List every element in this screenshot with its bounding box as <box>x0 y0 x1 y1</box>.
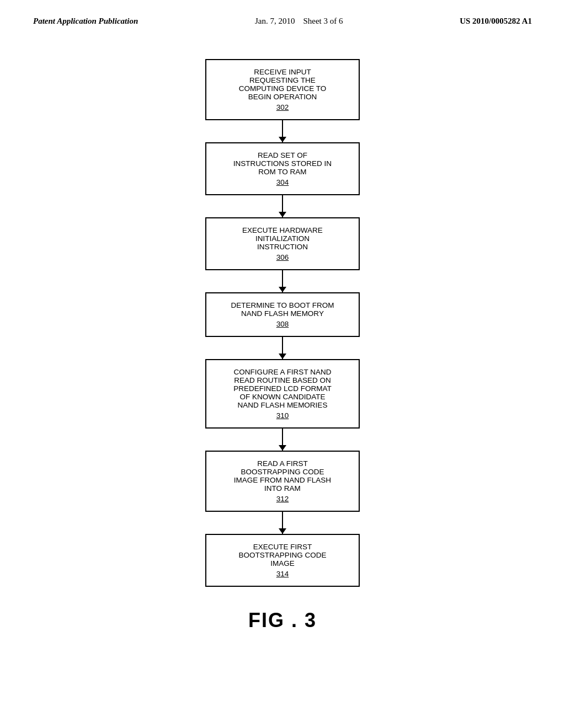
publication-title: Patent Application Publication <box>33 17 138 26</box>
step-306: EXECUTE HARDWAREINITIALIZATIONINSTRUCTIO… <box>205 217 360 270</box>
arrow-2 <box>282 195 283 217</box>
ref-310: 310 <box>217 411 348 420</box>
step-312: READ A FIRSTBOOSTRAPPING CODEIMAGE FROM … <box>205 451 360 512</box>
ref-308: 308 <box>217 320 348 328</box>
patent-number: US 2010/0005282 A1 <box>460 17 532 26</box>
arrow-3 <box>282 270 283 292</box>
step-314: EXECUTE FIRSTBOOTSTRAPPING CODEIMAGE 314 <box>205 534 360 587</box>
step-310: CONFIGURE A FIRST NANDREAD ROUTINE BASED… <box>205 359 360 429</box>
step-304: READ SET OFINSTRUCTIONS STORED INROM TO … <box>205 142 360 195</box>
figure-label: FIG . 3 <box>248 609 317 632</box>
arrow-5 <box>282 429 283 451</box>
header-sheet: Sheet 3 of 6 <box>303 17 343 25</box>
header-date-sheet: Jan. 7, 2010 Sheet 3 of 6 <box>255 17 343 26</box>
ref-302: 302 <box>217 103 348 111</box>
step-308: DETERMINE TO BOOT FROMNAND FLASH MEMORY … <box>205 292 360 337</box>
arrow-1 <box>282 120 283 142</box>
header-date: Jan. 7, 2010 <box>255 17 295 25</box>
ref-306: 306 <box>217 253 348 261</box>
ref-314: 314 <box>217 570 348 578</box>
step-302: RECEIVE INPUTREQUESTING THECOMPUTING DEV… <box>205 59 360 120</box>
page-header: Patent Application Publication Jan. 7, 2… <box>0 0 565 31</box>
arrow-4 <box>282 337 283 359</box>
ref-312: 312 <box>217 495 348 503</box>
arrow-6 <box>282 512 283 534</box>
ref-304: 304 <box>217 178 348 186</box>
flowchart-diagram: RECEIVE INPUTREQUESTING THECOMPUTING DEV… <box>0 31 565 632</box>
